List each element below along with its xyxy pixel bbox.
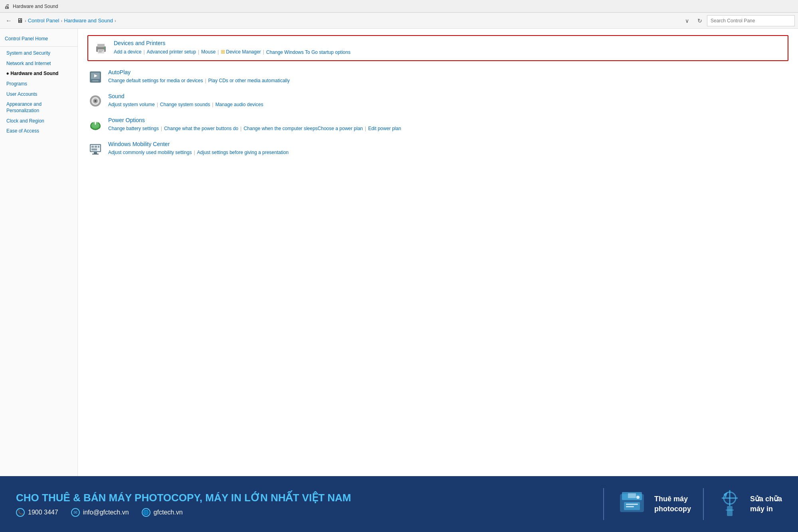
link-windows-to-go[interactable]: Change Windows To Go startup options: [266, 49, 350, 56]
breadcrumb-sep-2: ›: [61, 18, 62, 23]
footer-service-repair: Sửa chữa máy in: [716, 486, 782, 522]
link-change-battery-settings[interactable]: Change battery settings: [108, 125, 159, 133]
link-change-system-sounds[interactable]: Change system sounds: [160, 101, 210, 109]
nav-bar: ← 🖥 › Control Panel › Hardware and Sound…: [0, 13, 798, 29]
sidebar-item-appearance[interactable]: Appearance and Personalization: [0, 99, 77, 116]
power-sep-3: |: [365, 125, 366, 133]
svg-point-5: [104, 47, 105, 49]
power-icon: [87, 117, 103, 133]
power-options-links: Change battery settings | Change what th…: [108, 125, 788, 133]
footer-service-photocopy: Thuê máy photocopy: [616, 486, 691, 522]
footer-divider: [603, 488, 604, 520]
section-autoplay: AutoPlay Change default settings for med…: [87, 69, 788, 85]
svg-rect-21: [98, 146, 99, 148]
devices-printers-body: Devices and Printers Add a device | Adva…: [114, 40, 783, 56]
sound-title[interactable]: Sound: [108, 93, 788, 99]
link-manage-audio[interactable]: Manage audio devices: [215, 101, 263, 109]
svg-rect-19: [91, 146, 94, 148]
breadcrumb-dropdown-button[interactable]: ∨: [681, 15, 693, 26]
sidebar-item-system-security[interactable]: System and Security: [0, 48, 77, 59]
sidebar-item-programs[interactable]: Programs: [0, 79, 77, 89]
sound-icon: [87, 93, 103, 109]
title-bar-text: Hardware and Sound: [13, 4, 58, 9]
main-layout: Control Panel Home System and Security N…: [0, 29, 798, 476]
autoplay-icon: [87, 69, 103, 85]
link-mouse[interactable]: Mouse: [201, 48, 216, 56]
title-bar-icon: 🖨: [4, 3, 10, 10]
printer-icon: [93, 40, 109, 56]
section-devices-printers: Devices and Printers Add a device | Adva…: [87, 35, 788, 61]
link-advanced-printer-setup[interactable]: Advanced printer setup: [147, 48, 196, 56]
footer-divider-2: [703, 488, 704, 520]
section-sound: Sound Adjust system volume | Change syst…: [87, 93, 788, 109]
sound-sep-2: |: [212, 101, 213, 109]
svg-point-13: [95, 100, 97, 102]
link-adjust-presentation[interactable]: Adjust settings before giving a presenta…: [197, 149, 289, 156]
section-power-options: Power Options Change battery settings | …: [87, 117, 788, 133]
back-button[interactable]: ←: [3, 15, 14, 26]
windows-mobility-title[interactable]: Windows Mobility Center: [108, 141, 788, 147]
link-adjust-mobility-settings[interactable]: Adjust commonly used mobility settings: [108, 149, 192, 156]
active-bullet: •: [6, 70, 9, 77]
sep-2: |: [198, 48, 199, 56]
svg-rect-4: [99, 51, 102, 52]
footer-email: ✉ info@gfctech.vn: [71, 508, 129, 517]
devices-printers-title[interactable]: Devices and Printers: [114, 40, 783, 46]
footer-contacts: 📞 1900 3447 ✉ info@gfctech.vn 🌐 gfctech.…: [16, 508, 591, 517]
sound-links: Adjust system volume | Change system sou…: [108, 101, 788, 109]
link-change-default-settings[interactable]: Change default settings for media or dev…: [108, 77, 203, 85]
devices-printers-links: Add a device | Advanced printer setup | …: [114, 48, 783, 56]
content-area: Devices and Printers Add a device | Adva…: [78, 29, 798, 476]
link-adjust-volume[interactable]: Adjust system volume: [108, 101, 155, 109]
windows-mobility-links: Adjust commonly used mobility settings |…: [108, 149, 788, 156]
autoplay-title[interactable]: AutoPlay: [108, 69, 788, 75]
sidebar-item-clock-region[interactable]: Clock and Region: [0, 116, 77, 127]
link-add-device[interactable]: Add a device: [114, 48, 141, 56]
breadcrumb-sep-1: ›: [25, 18, 26, 23]
footer-website: 🌐 gfctech.vn: [142, 508, 183, 517]
link-computer-sleeps[interactable]: Change when the computer sleeps: [244, 125, 317, 133]
sidebar-item-user-accounts[interactable]: User Accounts: [0, 89, 77, 100]
footer-phone: 📞 1900 3447: [16, 508, 58, 517]
email-address: info@gfctech.vn: [83, 509, 129, 516]
link-choose-power-plan[interactable]: Choose a power plan: [318, 125, 363, 133]
autoplay-links: Change default settings for media or dev…: [108, 77, 788, 85]
windows-mobility-body: Windows Mobility Center Adjust commonly …: [108, 141, 788, 156]
mobility-sep: |: [194, 149, 195, 156]
power-options-body: Power Options Change battery settings | …: [108, 117, 788, 133]
footer-banner: CHO THUÊ & BÁN MÁY PHOTOCOPY, MÁY IN LỚN…: [0, 476, 798, 532]
windows-icon: ⊞: [221, 49, 225, 55]
sidebar: Control Panel Home System and Security N…: [0, 29, 78, 476]
phone-icon: 📞: [16, 508, 25, 517]
sidebar-item-network-internet[interactable]: Network and Internet: [0, 59, 77, 69]
svg-rect-31: [628, 493, 636, 498]
title-bar: 🖨 Hardware and Sound: [0, 0, 798, 13]
sidebar-item-ease-access[interactable]: Ease of Access: [0, 126, 77, 136]
refresh-button[interactable]: ↻: [694, 15, 705, 26]
breadcrumb-control-panel[interactable]: Control Panel: [28, 18, 59, 24]
search-input[interactable]: [707, 15, 795, 26]
repair-service-label: Sửa chữa máy in: [750, 494, 782, 514]
svg-rect-20: [95, 146, 97, 148]
sidebar-item-hardware-sound[interactable]: • Hardware and Sound: [0, 69, 77, 79]
svg-rect-29: [626, 506, 634, 507]
svg-rect-1: [97, 44, 105, 47]
nav-right: ∨ ↻: [681, 15, 795, 26]
photocopy-service-label: Thuê máy photocopy: [654, 494, 691, 514]
power-options-title[interactable]: Power Options: [108, 117, 788, 123]
power-sep-2: |: [240, 125, 242, 133]
breadcrumb-home-icon[interactable]: 🖥: [17, 17, 23, 24]
section-windows-mobility: Windows Mobility Center Adjust commonly …: [87, 141, 788, 157]
sidebar-home-link[interactable]: Control Panel Home: [0, 33, 77, 45]
breadcrumb-hardware-sound[interactable]: Hardware and Sound: [64, 18, 113, 24]
power-sep-1: |: [161, 125, 162, 133]
globe-icon: 🌐: [142, 508, 150, 517]
link-power-buttons[interactable]: Change what the power buttons do: [164, 125, 238, 133]
sep-3: |: [218, 48, 219, 56]
link-device-manager[interactable]: ⊞Device Manager: [221, 48, 261, 56]
link-edit-power-plan[interactable]: Edit power plan: [368, 125, 401, 133]
svg-rect-28: [626, 504, 638, 505]
link-play-cds[interactable]: Play CDs or other media automatically: [208, 77, 290, 85]
sep-1: |: [143, 48, 145, 56]
sidebar-divider: [0, 46, 77, 47]
